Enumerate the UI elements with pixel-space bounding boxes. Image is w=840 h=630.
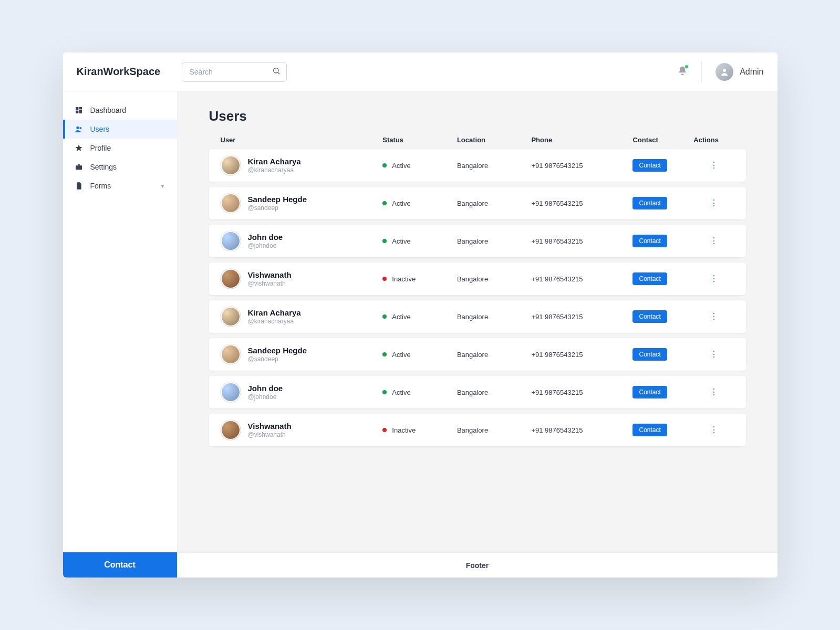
location-cell: Bangalore	[457, 313, 532, 321]
sidebar-item-label: Users	[90, 125, 110, 133]
contact-button[interactable]: Contact	[632, 197, 667, 209]
table-row: Kiran Acharya@kiranacharyaaActiveBangalo…	[209, 300, 746, 333]
svg-rect-5	[79, 110, 81, 113]
user-name: John doe	[248, 233, 283, 242]
kebab-icon[interactable]: ⋮	[693, 353, 734, 355]
contact-button[interactable]: Contact	[632, 348, 667, 361]
avatar	[715, 63, 733, 81]
phone-cell: +91 9876543215	[531, 162, 632, 170]
status-dot-icon	[382, 352, 387, 356]
phone-cell: +91 9876543215	[531, 200, 632, 207]
user-handle: @kiranacharyaa	[248, 318, 301, 325]
contact-cell: Contact	[632, 424, 693, 436]
sidebar: Dashboard Users Profile	[63, 91, 178, 578]
user-name: Kiran Acharya	[248, 308, 301, 318]
phone-cell: +91 9876543215	[531, 388, 632, 396]
avatar	[221, 269, 241, 289]
search-input[interactable]	[182, 62, 287, 82]
app-window: KiranWorkSpace Admin	[63, 52, 777, 578]
user-name: Kiran Acharya	[248, 157, 301, 166]
status-dot-icon	[382, 314, 387, 319]
svg-rect-4	[79, 107, 81, 109]
kebab-icon[interactable]: ⋮	[693, 278, 734, 280]
location-cell: Bangalore	[457, 200, 532, 207]
briefcase-icon	[75, 163, 83, 171]
sidebar-contact-button[interactable]: Contact	[63, 552, 177, 578]
notification-dot-icon	[685, 65, 689, 69]
divider	[701, 61, 702, 82]
col-phone: Phone	[531, 136, 632, 144]
page-title: Users	[209, 108, 746, 124]
sidebar-item-label: Dashboard	[90, 106, 127, 114]
user-text: Sandeep Hegde@sandeep	[248, 195, 307, 212]
sidebar-item-users[interactable]: Users	[63, 120, 177, 139]
user-cell: John doe@johndoe	[221, 231, 383, 251]
contact-button[interactable]: Contact	[632, 159, 667, 172]
sidebar-item-label: Profile	[90, 144, 111, 152]
user-name: John doe	[248, 384, 283, 393]
footer-label: Footer	[466, 561, 489, 570]
search-wrap	[182, 62, 287, 82]
nav: Dashboard Users Profile	[63, 101, 177, 195]
user-cell: Vishwanath@vishwanath	[221, 269, 383, 289]
brand-title: KiranWorkSpace	[77, 66, 182, 78]
sidebar-item-dashboard[interactable]: Dashboard	[63, 101, 177, 120]
kebab-icon[interactable]: ⋮	[693, 316, 734, 318]
table-header: User Status Location Phone Contact Actio…	[209, 136, 746, 144]
user-handle: @sandeep	[248, 355, 307, 363]
user-text: John doe@johndoe	[248, 233, 283, 249]
status-dot-icon	[382, 201, 387, 205]
contact-button[interactable]: Contact	[632, 424, 667, 436]
kebab-icon[interactable]: ⋮	[693, 202, 734, 204]
phone-cell: +91 9876543215	[531, 351, 632, 359]
user-text: Kiran Acharya@kiranacharyaa	[248, 308, 301, 325]
svg-rect-9	[76, 165, 82, 170]
status-dot-icon	[382, 390, 387, 394]
status-label: Inactive	[392, 275, 416, 283]
user-name: Sandeep Hegde	[248, 195, 307, 204]
status-label: Active	[392, 313, 410, 321]
chevron-down-icon: ▼	[160, 183, 165, 189]
status-label: Active	[392, 351, 410, 359]
notifications-button[interactable]	[677, 66, 688, 78]
search-icon[interactable]	[272, 67, 281, 77]
kebab-icon[interactable]: ⋮	[693, 240, 734, 242]
user-handle: @johndoe	[248, 242, 283, 249]
contact-button[interactable]: Contact	[632, 235, 667, 247]
user-cell: Kiran Acharya@kiranacharyaa	[221, 155, 383, 175]
contact-cell: Contact	[632, 386, 693, 398]
location-cell: Bangalore	[457, 426, 532, 434]
status-label: Active	[392, 162, 410, 170]
user-menu[interactable]: Admin	[715, 63, 763, 81]
contact-button[interactable]: Contact	[632, 310, 667, 323]
location-cell: Bangalore	[457, 351, 532, 359]
actions-cell: ⋮	[693, 278, 734, 280]
svg-rect-3	[76, 107, 78, 110]
table-row: John doe@johndoeActiveBangalore+91 98765…	[209, 225, 746, 257]
kebab-icon[interactable]: ⋮	[693, 429, 734, 431]
user-text: Vishwanath@vishwanath	[248, 422, 292, 438]
contact-button[interactable]: Contact	[632, 386, 667, 398]
col-status: Status	[382, 136, 457, 144]
svg-point-8	[79, 127, 81, 129]
sidebar-item-profile[interactable]: Profile	[63, 139, 177, 158]
sidebar-item-forms[interactable]: Forms ▼	[63, 176, 177, 195]
location-cell: Bangalore	[457, 237, 532, 245]
sidebar-item-settings[interactable]: Settings	[63, 158, 177, 176]
actions-cell: ⋮	[693, 316, 734, 318]
contact-cell: Contact	[632, 159, 693, 172]
user-name: Sandeep Hegde	[248, 346, 307, 355]
kebab-icon[interactable]: ⋮	[693, 391, 734, 393]
table-row: Sandeep Hegde@sandeepActiveBangalore+91 …	[209, 338, 746, 371]
status-dot-icon	[382, 428, 387, 432]
contact-button[interactable]: Contact	[632, 272, 667, 285]
kebab-icon[interactable]: ⋮	[693, 164, 734, 166]
table-row: John doe@johndoeActiveBangalore+91 98765…	[209, 376, 746, 408]
actions-cell: ⋮	[693, 353, 734, 355]
actions-cell: ⋮	[693, 164, 734, 166]
location-cell: Bangalore	[457, 275, 532, 283]
user-handle: @vishwanath	[248, 280, 292, 287]
status-label: Active	[392, 237, 410, 245]
user-name-label: Admin	[740, 67, 763, 77]
table-row: Kiran Acharya@kiranacharyaaActiveBangalo…	[209, 149, 746, 182]
